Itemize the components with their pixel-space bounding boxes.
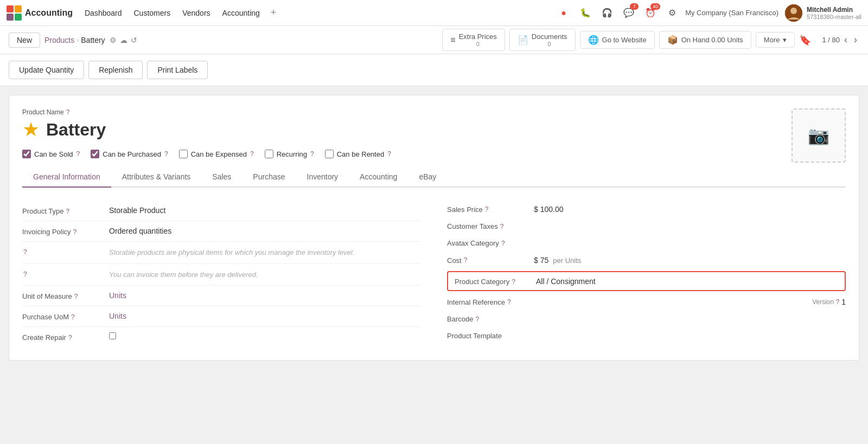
svg-rect-2 xyxy=(7,14,14,21)
barcode-help[interactable]: ? xyxy=(475,316,479,323)
nav-vendors[interactable]: Vendors xyxy=(177,5,215,21)
documents-btn[interactable]: 📄 Documents 0 xyxy=(509,29,576,51)
favorite-star-icon[interactable]: ★ xyxy=(22,118,40,141)
replenish-button[interactable]: Replenish xyxy=(88,61,143,79)
purchase-uom-help[interactable]: ? xyxy=(71,313,75,321)
note1-row: ? Storable products are physical items f… xyxy=(22,242,421,264)
sales-price-value[interactable]: $ 100.00 xyxy=(534,205,564,214)
refresh-icon[interactable]: ↺ xyxy=(131,36,137,44)
product-name-help-icon[interactable]: ? xyxy=(66,108,70,116)
tab-inventory[interactable]: Inventory xyxy=(296,167,349,188)
product-category-help[interactable]: ? xyxy=(512,278,515,286)
documents-label: Documents xyxy=(532,33,567,41)
internal-reference-label: Internal Reference ? xyxy=(447,298,534,306)
settings-gear-icon[interactable]: ⚙ xyxy=(110,36,117,44)
extra-prices-count: 0 xyxy=(459,41,497,47)
product-image-upload[interactable]: 📷+ xyxy=(792,108,846,163)
purchase-uom-value[interactable]: Units xyxy=(109,312,421,320)
can-be-purchased-help[interactable]: ? xyxy=(164,150,168,158)
tab-attributes-variants[interactable]: Attributes & Variants xyxy=(111,167,202,188)
customer-taxes-help[interactable]: ? xyxy=(500,223,504,230)
can-be-rented-help[interactable]: ? xyxy=(387,150,391,158)
nav-dashboard[interactable]: Dashboard xyxy=(79,5,127,21)
unit-of-measure-row: Unit of Measure ? Units xyxy=(22,286,421,306)
user-area: Mitchell Admin 57318380-master-all xyxy=(785,4,861,22)
internal-ref-help[interactable]: ? xyxy=(507,298,511,306)
product-name-value: Battery xyxy=(46,120,106,140)
create-repair-label: Create Repair ? xyxy=(22,332,109,342)
company-name: My Company (San Francisco) xyxy=(685,9,778,17)
new-button[interactable]: New xyxy=(9,33,40,48)
product-type-help[interactable]: ? xyxy=(66,208,69,215)
uom-help[interactable]: ? xyxy=(74,293,78,300)
cost-help[interactable]: ? xyxy=(464,256,468,264)
on-hand-icon: 📦 xyxy=(667,35,678,45)
breadcrumb: Products › Battery ⚙ ☁ ↺ xyxy=(44,36,137,44)
version-label: Version ? xyxy=(812,298,839,306)
breadcrumb-parent[interactable]: Products xyxy=(44,36,74,44)
tab-ebay[interactable]: eBay xyxy=(408,167,447,188)
record-btn[interactable]: ● xyxy=(555,4,572,22)
user-avatar[interactable] xyxy=(785,4,802,22)
user-info: Mitchell Admin 57318380-master-all xyxy=(807,6,861,20)
app-logo[interactable]: Accounting xyxy=(7,5,73,21)
version-value: 1 xyxy=(841,298,846,306)
cost-value[interactable]: $ 75 xyxy=(534,256,548,265)
invoicing-policy-help[interactable]: ? xyxy=(73,228,77,236)
on-hand-btn[interactable]: 📦 On Hand 0.00 Units xyxy=(659,31,751,49)
can-be-sold-checkbox[interactable]: Can be Sold ? xyxy=(22,150,80,158)
can-be-sold-help[interactable]: ? xyxy=(76,150,80,158)
tab-general-information[interactable]: General Information xyxy=(22,167,111,188)
goto-website-btn[interactable]: 🌐 Go to Website xyxy=(580,31,655,49)
form-right-column: Sales Price ? $ 100.00 Customer Taxes ? … xyxy=(447,201,846,347)
print-labels-button[interactable]: Print Labels xyxy=(147,61,208,79)
nav-menu: Dashboard Customers Vendors Accounting + xyxy=(79,5,280,21)
barcode-row: Barcode ? xyxy=(447,311,846,327)
sales-price-row: Sales Price ? $ 100.00 xyxy=(447,201,846,218)
bug-btn[interactable]: 🐛 xyxy=(577,4,594,22)
cost-row: Cost ? $ 75 per Units xyxy=(447,252,846,269)
tab-accounting[interactable]: Accounting xyxy=(349,167,408,188)
more-btn[interactable]: More ▾ xyxy=(756,32,795,48)
create-repair-help[interactable]: ? xyxy=(68,334,72,342)
can-be-expensed-checkbox[interactable]: Can be Expensed ? xyxy=(179,150,254,158)
sales-price-help[interactable]: ? xyxy=(485,205,489,213)
nav-accounting[interactable]: Accounting xyxy=(217,5,265,21)
create-repair-checkbox[interactable] xyxy=(109,332,421,341)
camera-icon: 📷+ xyxy=(808,125,829,146)
purchase-uom-label: Purchase UoM ? xyxy=(22,312,109,321)
can-be-purchased-checkbox[interactable]: Can be Purchased ? xyxy=(91,150,168,158)
product-category-value[interactable]: All / Consignment xyxy=(536,277,838,286)
unit-of-measure-value[interactable]: Units xyxy=(109,291,421,300)
update-quantity-button[interactable]: Update Quantity xyxy=(9,61,84,79)
cloud-icon[interactable]: ☁ xyxy=(120,36,127,44)
product-type-value[interactable]: Storable Product xyxy=(109,206,421,215)
unit-of-measure-label: Unit of Measure ? xyxy=(22,291,109,300)
nav-customers[interactable]: Customers xyxy=(129,5,176,21)
documents-icon: 📄 xyxy=(518,35,528,45)
next-record-btn[interactable]: › xyxy=(852,33,859,47)
recurring-help[interactable]: ? xyxy=(310,150,314,158)
svg-rect-3 xyxy=(15,14,22,21)
tab-sales[interactable]: Sales xyxy=(201,167,242,188)
note2-question: ? xyxy=(22,269,109,278)
product-category-row: Product Category ? All / Consignment xyxy=(447,271,846,291)
avatax-category-row: Avatax Category ? xyxy=(447,235,846,252)
nav-icons: ● 🐛 🎧 💬 7 ⏰ 40 ⚙ My Company (San Francis… xyxy=(555,4,778,22)
tab-purchase[interactable]: Purchase xyxy=(242,167,296,188)
settings-btn[interactable]: ⚙ xyxy=(663,4,681,22)
message-btn[interactable]: 💬 7 xyxy=(620,4,637,22)
nav-plus-icon[interactable]: + xyxy=(266,5,281,21)
app-name: Accounting xyxy=(25,8,73,18)
recurring-checkbox[interactable]: Recurring ? xyxy=(265,150,314,158)
clock-btn[interactable]: ⏰ 40 xyxy=(642,4,659,22)
headset-btn[interactable]: 🎧 xyxy=(598,4,616,22)
invoicing-policy-value[interactable]: Ordered quantities xyxy=(109,227,421,235)
prev-record-btn[interactable]: ‹ xyxy=(842,33,850,47)
extra-prices-btn[interactable]: ≡ Extra Prices 0 xyxy=(442,29,505,51)
bookmark-icon[interactable]: 🔖 xyxy=(799,34,811,46)
can-be-expensed-help[interactable]: ? xyxy=(250,150,254,158)
can-be-rented-checkbox[interactable]: Can be Rented ? xyxy=(325,150,391,158)
sub-nav: New Products › Battery ⚙ ☁ ↺ ≡ Extra Pri… xyxy=(0,26,868,54)
avatax-help[interactable]: ? xyxy=(501,240,505,247)
